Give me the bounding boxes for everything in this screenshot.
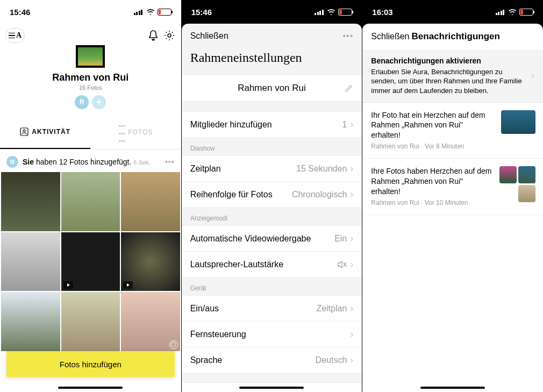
close-button[interactable]: Schließen (371, 32, 409, 41)
status-time: 15:46 (10, 8, 30, 17)
notification-thumbs (498, 110, 535, 151)
menu-button[interactable]: A (5, 28, 25, 43)
status-time: 15:46 (191, 8, 212, 17)
thumb (499, 166, 517, 183)
add-member-button[interactable]: + (92, 95, 106, 109)
member-avatar[interactable]: R (75, 95, 89, 109)
notifications-sheet: Schließen Benachrichtigungen Benachricht… (362, 24, 543, 392)
tab-activity-label: AKTIVITÄT (32, 128, 70, 136)
settings-title: Rahmeneinstellungen (182, 48, 362, 75)
section-slideshow: Diashow (182, 137, 362, 155)
tab-activity[interactable]: AKTIVITÄT (0, 116, 90, 149)
photo-cell[interactable] (1, 232, 60, 291)
pane-activity: 15:46 A Rahmen von Rui 16 Fotos R + AKTI… (0, 0, 181, 392)
photo-cell[interactable] (121, 172, 180, 231)
brand-icon: A (16, 31, 22, 40)
pane-settings: 15:46 Schließen ••• Rahmeneinstellungen … (181, 0, 362, 392)
tabs: AKTIVITÄT FOTOS (0, 116, 181, 149)
more-button[interactable]: ••• (343, 31, 354, 41)
top-nav: A (0, 24, 181, 45)
battery-icon (338, 9, 352, 16)
signal-icon (315, 9, 324, 15)
language-cell[interactable]: Sprache Deutsch› (182, 347, 362, 373)
frame-subtitle: 16 Fotos (0, 84, 181, 91)
battery-icon (158, 9, 172, 16)
wifi-icon (327, 9, 335, 15)
photo-cell[interactable] (61, 292, 120, 351)
photo-cell[interactable] (61, 172, 120, 231)
sheet-title: Benachrichtigungen (409, 31, 502, 42)
battery-icon (519, 9, 533, 16)
status-indicators (496, 9, 533, 16)
svg-point-0 (168, 34, 171, 37)
notification-text: Ihre Fotos haben Herzchen auf dem Rahmen… (371, 166, 492, 197)
activity-text: Sie haben 12 Fotos hinzugefügt. 6 Sek. (23, 158, 161, 166)
sheet-header: Schließen ••• (182, 24, 362, 48)
home-indicator (239, 387, 304, 389)
activity-item[interactable]: R Sie haben 12 Fotos hinzugefügt. 6 Sek.… (0, 149, 181, 172)
order-cell[interactable]: Reihenfolge für Fotos Chronologisch› (182, 181, 362, 207)
activity-more-button[interactable]: ••• (165, 158, 175, 166)
signal-icon (134, 9, 144, 15)
thumb (518, 166, 535, 183)
photo-cell[interactable] (1, 172, 60, 231)
notifications-button[interactable] (147, 29, 160, 42)
status-indicators (315, 9, 352, 16)
settings-button[interactable] (163, 29, 176, 42)
notification-text: Ihr Foto hat ein Herzchen auf dem Rahmen… (371, 110, 492, 141)
person-icon (20, 127, 28, 136)
frame-title: Rahmen von Rui (0, 72, 181, 83)
banner-body: Erlauben Sie Aura, Benachrichtigungen zu… (371, 68, 521, 95)
grid-icon (118, 121, 125, 144)
add-photos-button[interactable]: Fotos hinzufügen (6, 351, 175, 377)
members-cell[interactable]: Mitglieder hinzufügen 1› (182, 111, 362, 137)
wifi-icon (146, 9, 155, 15)
mute-icon (337, 260, 347, 269)
photo-cell[interactable] (1, 292, 60, 351)
notification-meta: Rahmen von Rui · Vor 8 Minuten (371, 142, 492, 151)
edit-icon (345, 84, 353, 92)
volume-cell[interactable]: Lautsprecher-Lautstärke › (182, 251, 362, 277)
section-display: Anzeigemodi (182, 207, 362, 225)
notification-item[interactable]: Ihre Fotos haben Herzchen auf dem Rahmen… (362, 159, 543, 215)
frame-name-cell[interactable]: Rahmen von Rui (182, 75, 362, 102)
pane-notifications: 16:03 Schließen Benachrichtigungen Benac… (362, 0, 543, 392)
close-button[interactable]: Schließen (190, 31, 228, 41)
notification-item[interactable]: Ihr Foto hat ein Herzchen auf dem Rahmen… (362, 103, 543, 159)
status-bar: 15:46 (0, 0, 181, 24)
thumb (518, 185, 535, 202)
enable-notifications-banner[interactable]: Benachrichtigungen aktivieren Erlauben S… (362, 49, 543, 103)
svg-point-2 (23, 130, 25, 132)
photo-cell[interactable] (61, 232, 120, 291)
thumb (501, 110, 535, 134)
autoplay-cell[interactable]: Automatische Videowiedergabe Ein› (182, 225, 362, 251)
home-indicator (420, 387, 485, 389)
status-time: 16:03 (372, 8, 392, 17)
photo-cell[interactable] (121, 232, 180, 291)
activity-avatar: R (6, 156, 18, 168)
remote-cell[interactable]: Fernsteuerung › (182, 321, 362, 347)
section-device: Gerät (182, 277, 362, 295)
notification-thumbs (498, 166, 535, 207)
photo-grid (0, 172, 181, 351)
notification-meta: Rahmen von Rui · Vor 10 Minuten (371, 198, 492, 207)
status-bar: 16:03 (362, 0, 543, 24)
tab-photos[interactable]: FOTOS (90, 116, 181, 149)
live-icon (169, 340, 178, 349)
chevron-icon: › (531, 70, 534, 81)
settings-sheet: Schließen ••• Rahmeneinstellungen Rahmen… (182, 24, 362, 392)
status-bar: 15:46 (182, 0, 362, 24)
onoff-cell[interactable]: Ein/aus Zeitplan› (182, 295, 362, 321)
video-icon (63, 281, 73, 289)
sheet-header: Schließen Benachrichtigungen (362, 24, 543, 49)
schedule-cell[interactable]: Zeitplan 15 Sekunden› (182, 155, 362, 181)
status-indicators (134, 9, 172, 16)
frame-thumbnail[interactable] (76, 45, 105, 68)
signal-icon (496, 9, 505, 15)
home-indicator (58, 387, 123, 389)
video-icon (123, 281, 133, 289)
member-avatars: R + (0, 95, 181, 109)
wifi-icon (508, 9, 517, 15)
photo-cell[interactable] (121, 292, 180, 351)
banner-title: Benachrichtigungen aktivieren (371, 56, 527, 66)
